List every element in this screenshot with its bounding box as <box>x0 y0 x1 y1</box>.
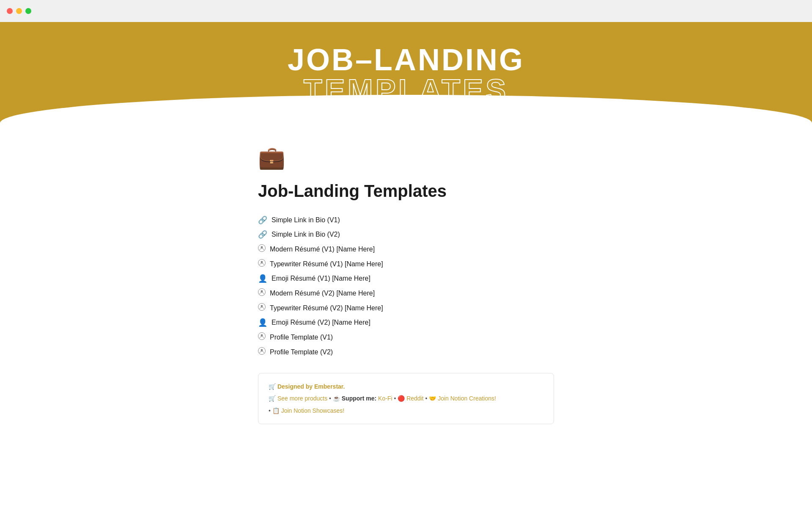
list-item[interactable]: Modern Résumé (V2) [Name Here] <box>258 286 554 301</box>
join-notion-link[interactable]: Join Notion Creations! <box>438 395 496 402</box>
showcase-icon: 📋 <box>272 407 280 414</box>
separator-1: • <box>329 395 333 402</box>
list-item[interactable]: Profile Template (V2) <box>258 345 554 359</box>
page-title: Job-Landing Templates <box>258 181 554 201</box>
list-item[interactable]: 👤 Emoji Résumé (V1) [Name Here] <box>258 271 554 286</box>
resume-icon-3 <box>258 288 266 298</box>
list-item[interactable]: Modern Résumé (V1) [Name Here] <box>258 242 554 257</box>
main-content: 💼 Job-Landing Templates 🔗 Simple Link in… <box>224 128 588 441</box>
reddit-link[interactable]: Reddit <box>406 395 423 402</box>
list-item[interactable]: 🔗 Simple Link in Bio (V1) <box>258 213 554 227</box>
footer-links-line: 🛒 See more products • ☕ Support me: Ko-F… <box>269 394 543 403</box>
footer-showcase-line: • 📋 Join Notion Showcases! <box>269 406 543 415</box>
svg-point-11 <box>261 349 263 351</box>
close-button[interactable] <box>7 8 13 14</box>
list-item-text: Emoji Résumé (V2) [Name Here] <box>272 319 370 326</box>
svg-point-5 <box>261 290 263 293</box>
cart-icon-2: 🛒 <box>269 395 277 402</box>
link-icon-1: 🔗 <box>258 215 267 225</box>
reddit-icon: 🔴 <box>398 395 405 402</box>
resume-icon-4 <box>258 303 266 313</box>
footer-designed-line: 🛒 Designed by Emberstar. <box>269 382 543 391</box>
svg-point-9 <box>261 334 263 337</box>
support-icon: ☕ <box>333 395 340 402</box>
list-item-text: Simple Link in Bio (V1) <box>272 216 340 224</box>
footer-card: 🛒 Designed by Emberstar. 🛒 See more prod… <box>258 373 554 424</box>
list-item[interactable]: 🔗 Simple Link in Bio (V2) <box>258 227 554 242</box>
hero-title-line2: TEMPLATES <box>304 75 509 105</box>
list-item-text: Profile Template (V1) <box>270 334 333 341</box>
list-item[interactable]: Typewriter Résumé (V1) [Name Here] <box>258 257 554 271</box>
list-item-text: Modern Résumé (V1) [Name Here] <box>270 246 375 253</box>
list-item-text: Profile Template (V2) <box>270 348 333 356</box>
minimize-button[interactable] <box>16 8 22 14</box>
list-item-text: Typewriter Résumé (V1) [Name Here] <box>270 260 383 268</box>
resume-icon-2 <box>258 259 266 269</box>
cart-icon: 🛒 <box>269 383 276 390</box>
separator-4: • <box>269 407 272 414</box>
designed-by-label: Designed by Emberstar. <box>277 383 345 390</box>
list-item-text: Modern Résumé (V2) [Name Here] <box>270 290 375 297</box>
link-icon-2: 🔗 <box>258 230 267 239</box>
resume-icon-6 <box>258 347 266 357</box>
title-bar <box>0 0 812 22</box>
person-icon-1: 👤 <box>258 274 267 283</box>
resume-icon-1 <box>258 244 266 254</box>
maximize-button[interactable] <box>25 8 31 14</box>
support-label: Support me: <box>342 395 378 402</box>
see-more-products-link[interactable]: See more products <box>277 395 327 402</box>
list-item[interactable]: Typewriter Résumé (V2) [Name Here] <box>258 301 554 315</box>
page-icon: 💼 <box>258 145 554 171</box>
separator-3: • <box>425 395 429 402</box>
join-showcases-link[interactable]: Join Notion Showcases! <box>281 407 344 414</box>
svg-point-3 <box>261 261 263 263</box>
svg-point-1 <box>261 246 263 248</box>
separator-2: • <box>394 395 398 402</box>
hero-title-line1: JOB–LANDING <box>288 44 524 75</box>
list-item[interactable]: Profile Template (V1) <box>258 330 554 345</box>
svg-point-7 <box>261 305 263 307</box>
notion-icon: 🤝 <box>429 395 436 402</box>
resume-icon-5 <box>258 332 266 342</box>
list-item[interactable]: 👤 Emoji Résumé (V2) [Name Here] <box>258 315 554 330</box>
ko-fi-link[interactable]: Ko-Fi <box>378 395 392 402</box>
list-item-text: Emoji Résumé (V1) [Name Here] <box>272 275 370 282</box>
list-item-text: Simple Link in Bio (V2) <box>272 231 340 238</box>
list-item-text: Typewriter Résumé (V2) [Name Here] <box>270 304 383 312</box>
person-icon-2: 👤 <box>258 318 267 327</box>
template-list: 🔗 Simple Link in Bio (V1) 🔗 Simple Link … <box>258 213 554 359</box>
hero-banner: JOB–LANDING TEMPLATES <box>0 22 812 128</box>
